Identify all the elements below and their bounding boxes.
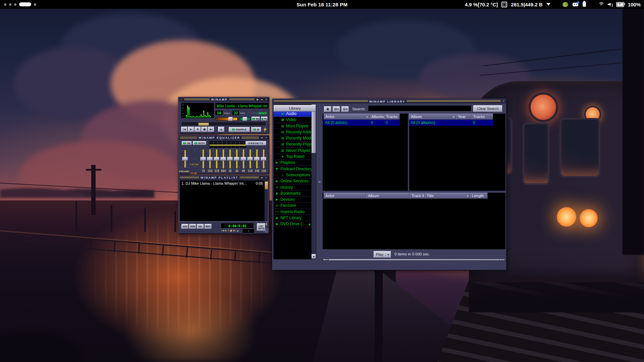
eq-band-slider-6k[interactable]	[241, 149, 246, 168]
table-row[interactable]: All (0 artists)00	[324, 120, 400, 126]
scroll-down-button[interactable]: ▼	[312, 254, 316, 259]
playlist-scrollbar[interactable]	[264, 180, 268, 222]
resize-grip[interactable]	[263, 228, 268, 233]
eq-toggle-button[interactable]: EQ	[252, 117, 260, 121]
column-header-artist[interactable]: Artist▲	[324, 114, 370, 120]
preamp-slider[interactable]	[182, 150, 188, 168]
eq-band-slider-320[interactable]	[214, 149, 219, 168]
sidebar-item-subscriptions[interactable]: ▱Subscriptions	[274, 172, 312, 178]
library-sidebar-list[interactable]: ▼Local Library◄)Audio▦Video▤Most Played▤…	[273, 104, 312, 260]
column-header-albums[interactable]: Albums	[370, 114, 384, 120]
slider-handle[interactable]	[227, 157, 233, 161]
column-header-length[interactable]: Length	[470, 193, 488, 199]
preamp-handle[interactable]	[182, 157, 188, 161]
sidebar-item-recently-modified[interactable]: ▤Recently Modified	[274, 135, 312, 141]
shuffle-button[interactable]: SHUFFLE	[229, 127, 250, 132]
column-header-album[interactable]: Album	[366, 193, 410, 199]
sidebar-item-hotmix-radio[interactable]: (•)Hotmix Radio	[274, 209, 312, 215]
eq-band-slider-1k[interactable]	[227, 149, 233, 168]
triangle-right-icon[interactable]: ▶	[275, 161, 279, 164]
app-indicator-icon[interactable]	[573, 3, 578, 6]
shade-icon[interactable]: ▬	[260, 98, 263, 101]
pl-toggle-button[interactable]: PL	[261, 117, 268, 121]
shade-icon[interactable]: ▬	[260, 136, 263, 139]
winamp-library-window[interactable]: WINAMP LIBRARY ✕ ▼Local Library◄)Audio▦V…	[272, 99, 507, 270]
minimize-icon[interactable]: ●	[256, 98, 259, 101]
sidebar-item-audio[interactable]: ◄)Audio	[274, 111, 312, 117]
close-icon[interactable]: ✕	[265, 136, 268, 139]
play-button[interactable]: ▶	[188, 127, 194, 132]
sidebar-item-most-played[interactable]: ▤Most Played	[274, 123, 312, 129]
winamp-equalizer-window[interactable]: WINAMP EQUALIZER ▬ ✕ ON AUTO PRESETS +12…	[178, 135, 269, 174]
eject-icon[interactable]: ▲	[309, 223, 311, 226]
winamp-menu-icon[interactable]: ∿	[180, 98, 183, 101]
eq-band-slider-12k[interactable]	[248, 149, 253, 168]
rem-button[interactable]: REM	[189, 224, 196, 229]
close-icon[interactable]: ✕	[265, 98, 268, 101]
sidebar-item-fanzone[interactable]: ◎Fanzone	[274, 203, 312, 209]
balance-slider[interactable]	[239, 117, 250, 121]
eq-band-slider-16k[interactable]	[261, 149, 266, 168]
workspace-dot[interactable]	[4, 3, 6, 6]
eq-on-button[interactable]: ON	[182, 141, 192, 145]
shade-icon[interactable]: ▬	[260, 176, 263, 179]
clutterbar[interactable]: OAIDV	[181, 103, 185, 118]
play-icon[interactable]: ▶	[225, 229, 227, 232]
sidebar-item-nft-library[interactable]: ◆NFT Library	[274, 215, 312, 221]
next-icon[interactable]: ▶|	[233, 229, 236, 232]
slider-handle[interactable]	[201, 157, 206, 161]
eq-band-slider-600[interactable]	[221, 149, 226, 168]
play-selection-button[interactable]: Play ▼	[374, 251, 391, 258]
album-art-view-button[interactable]: ▣	[324, 106, 331, 112]
volume-icon[interactable]	[608, 2, 613, 7]
grid-view-button[interactable]: ▤▼	[333, 106, 340, 112]
equalizer-titlebar[interactable]: WINAMP EQUALIZER ▬ ✕	[179, 136, 269, 140]
playlist-item[interactable]: 1. DJ Mike Llama - Llama Whippin' Int...…	[180, 181, 264, 186]
winamp-main-window[interactable]: ∿ WINAMP ● ▬ ✕ OAIDV Mike Llama - Llama …	[178, 97, 269, 134]
misc-button[interactable]: MISC	[205, 224, 212, 229]
slider-handle[interactable]	[234, 157, 240, 161]
scrollbar-thumb[interactable]	[312, 110, 316, 153]
eq-band-slider-70[interactable]	[201, 149, 206, 168]
workspace-dot[interactable]	[34, 3, 36, 6]
splitter-grip-icon[interactable]: ≡	[318, 180, 321, 184]
sel-button[interactable]: SEL	[197, 224, 204, 229]
column-header-title[interactable]: Title▲	[425, 193, 470, 199]
eq-band-slider-14k[interactable]	[254, 149, 260, 168]
slider-handle[interactable]	[207, 157, 213, 161]
close-icon[interactable]: ✕	[502, 100, 505, 103]
sidebar-item-video[interactable]: ▦Video	[274, 117, 312, 123]
sidebar-item-history[interactable]: ↺History	[274, 184, 312, 190]
track-title-marquee[interactable]: Mike Llama - Llama Whippin' Int	[215, 103, 269, 109]
album-pane[interactable]: Album▲YearTracksAll (0 albums)0	[409, 114, 504, 191]
pause-button[interactable]: Ⅱ	[195, 127, 201, 132]
stop-button[interactable]: ■	[201, 127, 208, 132]
slider-handle[interactable]	[241, 157, 247, 161]
library-button[interactable]: Library	[274, 105, 316, 112]
triangle-right-icon[interactable]: ▶	[275, 179, 279, 183]
volume-slider[interactable]	[215, 117, 237, 121]
sidebar-item-playlists[interactable]: ▶Playlists	[274, 160, 312, 166]
winamp-playlist-window[interactable]: WINAMP PLAYLIST ▬ ✕ 1. DJ Mike Llama - L…	[178, 175, 269, 234]
wifi-icon[interactable]	[598, 2, 604, 7]
column-header-tracks[interactable]: Tracks	[384, 114, 400, 120]
triangle-right-icon[interactable]: ▶	[275, 198, 279, 201]
sidebar-scrollbar[interactable]: ▲ ▼	[311, 104, 316, 259]
add-button[interactable]: ADD	[181, 224, 189, 229]
column-header-tracks[interactable]: Tracks	[472, 114, 493, 120]
eq-auto-button[interactable]: AUTO	[193, 141, 206, 145]
slider-handle[interactable]	[254, 157, 260, 161]
eject-button[interactable]: ▲	[218, 127, 224, 132]
tracks-pane[interactable]: ArtistAlbumTrack #Title▲Length	[324, 193, 503, 256]
sidebar-item-bookmarks[interactable]: ▮Bookmarks	[274, 190, 312, 196]
previous-button[interactable]: |◀	[181, 127, 187, 132]
repeat-button[interactable]: ⟳	[251, 127, 261, 132]
playlist-tracks[interactable]: 1. DJ Mike Llama - Llama Whippin' Int...…	[180, 180, 265, 222]
clock[interactable]: Sun Feb 18 11:28 PM	[297, 2, 347, 7]
workspace-dot[interactable]	[9, 3, 11, 6]
sidebar-item-never-played[interactable]: ▤Never Played	[274, 147, 312, 154]
table-row[interactable]: All (0 albums)0	[409, 120, 493, 126]
triangle-down-icon[interactable]: ▼	[275, 167, 279, 171]
sidebar-item-podcast-directory[interactable]: ▼Podcast Directory	[274, 166, 312, 172]
next-button[interactable]: ▶|	[208, 127, 214, 132]
